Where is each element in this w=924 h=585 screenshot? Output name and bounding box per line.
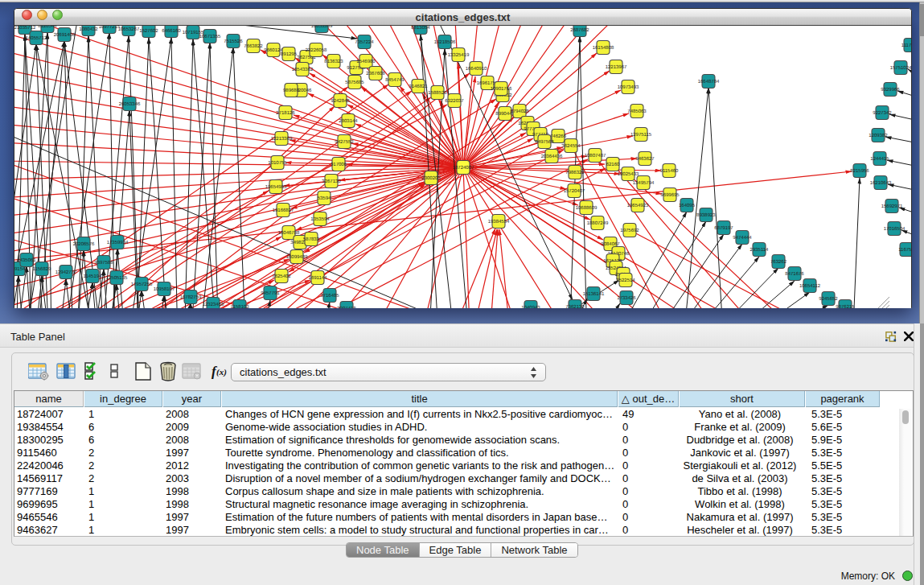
- svg-text:12505135: 12505135: [106, 274, 128, 280]
- svg-text:10958107: 10958107: [154, 286, 175, 291]
- svg-text:9397588: 9397588: [94, 259, 113, 265]
- svg-text:9084067: 9084067: [601, 241, 620, 246]
- svg-text:1588520: 1588520: [428, 89, 447, 95]
- svg-text:10671355: 10671355: [199, 33, 221, 39]
- svg-text:10901766: 10901766: [491, 85, 512, 91]
- svg-text:1040943: 1040943: [521, 304, 540, 308]
- svg-text:3716485: 3716485: [320, 292, 339, 298]
- svg-text:2687682: 2687682: [570, 27, 589, 32]
- svg-text:9115460: 9115460: [660, 167, 679, 173]
- svg-text:6322037: 6322037: [445, 97, 464, 103]
- svg-text:10654112: 10654112: [799, 282, 820, 288]
- svg-text:10977215: 10977215: [99, 26, 121, 30]
- svg-text:18724007: 18724007: [453, 164, 474, 170]
- svg-text:16640910: 16640910: [466, 65, 487, 71]
- svg-text:1527602: 1527602: [139, 27, 158, 33]
- svg-text:763262: 763262: [770, 258, 786, 264]
- svg-text:7357224: 7357224: [355, 39, 374, 44]
- svg-text:1209382: 1209382: [869, 132, 888, 138]
- svg-text:10688609: 10688609: [576, 204, 598, 210]
- svg-text:(x): (x): [216, 367, 227, 377]
- svg-text:18807249: 18807249: [587, 220, 609, 225]
- svg-text:17957255: 17957255: [131, 281, 153, 286]
- svg-text:10653369: 10653369: [311, 26, 333, 29]
- svg-text:9427552: 9427552: [335, 138, 354, 144]
- svg-text:9227342: 9227342: [873, 109, 892, 115]
- svg-text:8813054: 8813054: [411, 26, 430, 31]
- svg-text:12213967: 12213967: [606, 64, 627, 69]
- svg-text:1435061: 1435061: [17, 257, 36, 262]
- svg-text:7625402: 7625402: [272, 273, 291, 278]
- svg-text:20691406: 20691406: [54, 31, 76, 37]
- svg-text:8454749: 8454749: [385, 76, 405, 82]
- svg-text:7158103: 7158103: [230, 303, 249, 308]
- svg-text:9463627: 9463627: [635, 155, 655, 161]
- svg-text:26053346: 26053346: [119, 101, 141, 106]
- svg-text:8471676: 8471676: [785, 270, 804, 276]
- svg-text:9329966: 9329966: [881, 86, 900, 92]
- svg-text:1010755: 1010755: [268, 159, 287, 165]
- svg-text:14055712: 14055712: [26, 35, 47, 40]
- svg-text:1546980: 1546980: [356, 58, 376, 64]
- svg-text:17016504: 17016504: [884, 225, 906, 231]
- svg-text:15720407: 15720407: [564, 187, 585, 193]
- svg-text:6466160: 6466160: [162, 27, 181, 33]
- svg-text:10653267: 10653267: [118, 26, 140, 31]
- svg-text:9242848: 9242848: [331, 97, 350, 103]
- svg-text:8120544: 8120544: [38, 26, 57, 29]
- svg-text:12975115: 12975115: [630, 131, 651, 137]
- svg-text:16154808: 16154808: [593, 44, 614, 50]
- svg-text:891295: 891295: [281, 51, 297, 56]
- svg-text:19654923: 19654923: [627, 202, 649, 208]
- svg-text:3624554: 3624554: [561, 142, 581, 148]
- svg-text:2718126: 2718126: [276, 109, 295, 115]
- svg-text:8215956: 8215956: [850, 167, 869, 173]
- svg-text:587833: 587833: [303, 236, 319, 241]
- svg-text:917006: 917006: [331, 161, 347, 167]
- svg-text:1145194: 1145194: [84, 273, 102, 278]
- svg-text:9245652: 9245652: [819, 295, 838, 301]
- svg-text:53594: 53594: [318, 195, 331, 200]
- svg-text:6497568: 6497568: [535, 138, 554, 144]
- svg-text:7986322: 7986322: [565, 169, 585, 175]
- svg-text:1353594: 1353594: [310, 216, 330, 221]
- svg-text:20364436: 20364436: [541, 153, 563, 159]
- svg-text:2367608: 2367608: [366, 70, 385, 76]
- svg-text:20206576: 20206576: [73, 241, 95, 246]
- svg-text:1975692: 1975692: [620, 227, 639, 233]
- svg-text:12213369: 12213369: [271, 135, 293, 141]
- svg-text:1691144: 1691144: [309, 274, 327, 280]
- svg-text:10807487: 10807487: [585, 152, 606, 158]
- svg-text:1117546: 1117546: [901, 42, 911, 47]
- svg-text:5875685: 5875685: [345, 79, 364, 84]
- svg-text:13495794: 13495794: [633, 179, 655, 185]
- svg-text:8136323: 8136323: [324, 58, 343, 64]
- svg-text:10025433: 10025433: [618, 171, 639, 176]
- svg-text:746266: 746266: [550, 133, 566, 138]
- svg-text:9699695: 9699695: [660, 192, 680, 197]
- svg-text:12323468: 12323468: [203, 301, 224, 307]
- svg-text:116753: 116753: [898, 246, 911, 252]
- svg-text:3267130: 3267130: [322, 178, 341, 183]
- svg-text:9660124: 9660124: [264, 47, 283, 52]
- svg-text:1733426: 1733426: [617, 295, 636, 300]
- svg-text:19384554: 19384554: [488, 218, 510, 224]
- svg-text:9146821: 9146821: [409, 83, 428, 89]
- svg-text:13325419: 13325419: [448, 51, 470, 57]
- svg-text:16099489: 16099489: [286, 253, 308, 259]
- svg-text:8938923: 8938923: [696, 212, 716, 217]
- svg-text:19654983: 19654983: [265, 183, 287, 189]
- svg-text:164095: 164095: [679, 202, 695, 208]
- svg-text:2935114: 2935114: [750, 246, 769, 252]
- svg-text:23226058: 23226058: [306, 47, 327, 52]
- svg-text:6794028: 6794028: [510, 108, 529, 113]
- svg-text:1244415: 1244415: [870, 155, 889, 161]
- svg-text:17359934: 17359934: [107, 239, 129, 245]
- svg-text:1156829: 1156829: [33, 266, 51, 271]
- svg-text:15751024: 15751024: [890, 64, 911, 70]
- svg-text:15136141: 15136141: [583, 290, 605, 296]
- svg-text:9457791: 9457791: [261, 290, 280, 295]
- svg-text:16210643: 16210643: [870, 179, 892, 185]
- svg-text:7362130: 7362130: [565, 303, 585, 308]
- svg-text:1080432: 1080432: [79, 26, 98, 31]
